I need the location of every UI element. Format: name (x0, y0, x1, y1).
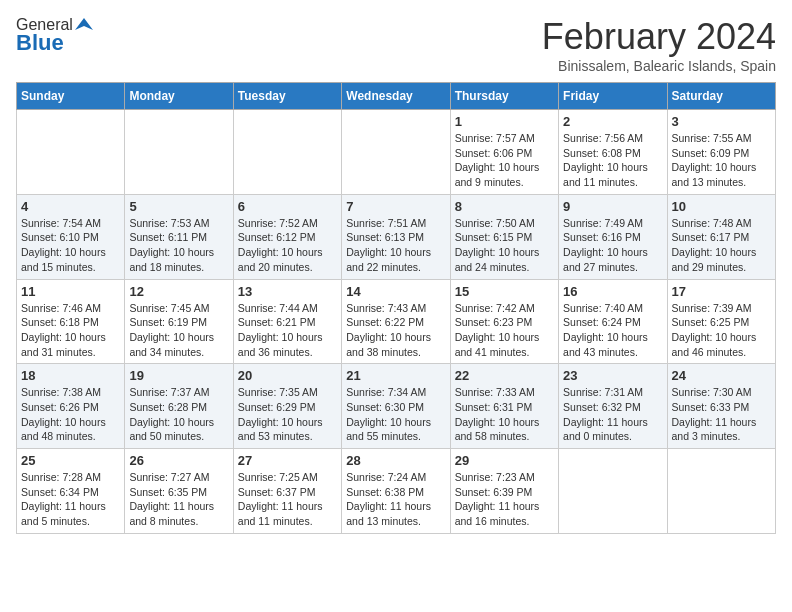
day-info: Sunrise: 7:23 AM Sunset: 6:39 PM Dayligh… (455, 470, 554, 529)
day-info: Sunrise: 7:57 AM Sunset: 6:06 PM Dayligh… (455, 131, 554, 190)
day-info: Sunrise: 7:52 AM Sunset: 6:12 PM Dayligh… (238, 216, 337, 275)
calendar-cell: 6Sunrise: 7:52 AM Sunset: 6:12 PM Daylig… (233, 194, 341, 279)
logo-bird-icon (75, 16, 93, 34)
calendar-week-2: 4Sunrise: 7:54 AM Sunset: 6:10 PM Daylig… (17, 194, 776, 279)
day-number: 22 (455, 368, 554, 383)
calendar-cell: 19Sunrise: 7:37 AM Sunset: 6:28 PM Dayli… (125, 364, 233, 449)
calendar-cell: 26Sunrise: 7:27 AM Sunset: 6:35 PM Dayli… (125, 449, 233, 534)
day-info: Sunrise: 7:35 AM Sunset: 6:29 PM Dayligh… (238, 385, 337, 444)
calendar-cell (233, 110, 341, 195)
calendar-cell: 2Sunrise: 7:56 AM Sunset: 6:08 PM Daylig… (559, 110, 667, 195)
day-info: Sunrise: 7:54 AM Sunset: 6:10 PM Dayligh… (21, 216, 120, 275)
day-header-saturday: Saturday (667, 83, 775, 110)
day-info: Sunrise: 7:31 AM Sunset: 6:32 PM Dayligh… (563, 385, 662, 444)
logo: General Blue (16, 16, 93, 56)
calendar-cell: 1Sunrise: 7:57 AM Sunset: 6:06 PM Daylig… (450, 110, 558, 195)
day-info: Sunrise: 7:30 AM Sunset: 6:33 PM Dayligh… (672, 385, 771, 444)
calendar-cell: 9Sunrise: 7:49 AM Sunset: 6:16 PM Daylig… (559, 194, 667, 279)
calendar-week-5: 25Sunrise: 7:28 AM Sunset: 6:34 PM Dayli… (17, 449, 776, 534)
day-info: Sunrise: 7:50 AM Sunset: 6:15 PM Dayligh… (455, 216, 554, 275)
calendar-cell: 20Sunrise: 7:35 AM Sunset: 6:29 PM Dayli… (233, 364, 341, 449)
calendar-cell: 24Sunrise: 7:30 AM Sunset: 6:33 PM Dayli… (667, 364, 775, 449)
day-number: 7 (346, 199, 445, 214)
calendar-cell: 4Sunrise: 7:54 AM Sunset: 6:10 PM Daylig… (17, 194, 125, 279)
calendar-cell (667, 449, 775, 534)
day-header-thursday: Thursday (450, 83, 558, 110)
calendar-cell: 5Sunrise: 7:53 AM Sunset: 6:11 PM Daylig… (125, 194, 233, 279)
calendar-cell: 14Sunrise: 7:43 AM Sunset: 6:22 PM Dayli… (342, 279, 450, 364)
title-area: February 2024 Binissalem, Balearic Islan… (542, 16, 776, 74)
day-info: Sunrise: 7:43 AM Sunset: 6:22 PM Dayligh… (346, 301, 445, 360)
day-info: Sunrise: 7:55 AM Sunset: 6:09 PM Dayligh… (672, 131, 771, 190)
calendar-week-3: 11Sunrise: 7:46 AM Sunset: 6:18 PM Dayli… (17, 279, 776, 364)
day-info: Sunrise: 7:34 AM Sunset: 6:30 PM Dayligh… (346, 385, 445, 444)
calendar-cell (17, 110, 125, 195)
day-number: 2 (563, 114, 662, 129)
svg-marker-0 (75, 18, 93, 30)
day-number: 23 (563, 368, 662, 383)
day-number: 11 (21, 284, 120, 299)
calendar-cell: 23Sunrise: 7:31 AM Sunset: 6:32 PM Dayli… (559, 364, 667, 449)
day-info: Sunrise: 7:45 AM Sunset: 6:19 PM Dayligh… (129, 301, 228, 360)
day-info: Sunrise: 7:33 AM Sunset: 6:31 PM Dayligh… (455, 385, 554, 444)
day-number: 19 (129, 368, 228, 383)
day-number: 21 (346, 368, 445, 383)
day-info: Sunrise: 7:39 AM Sunset: 6:25 PM Dayligh… (672, 301, 771, 360)
day-number: 15 (455, 284, 554, 299)
calendar-cell: 22Sunrise: 7:33 AM Sunset: 6:31 PM Dayli… (450, 364, 558, 449)
calendar-cell: 28Sunrise: 7:24 AM Sunset: 6:38 PM Dayli… (342, 449, 450, 534)
day-info: Sunrise: 7:53 AM Sunset: 6:11 PM Dayligh… (129, 216, 228, 275)
day-number: 5 (129, 199, 228, 214)
day-number: 27 (238, 453, 337, 468)
calendar-cell: 8Sunrise: 7:50 AM Sunset: 6:15 PM Daylig… (450, 194, 558, 279)
calendar-cell: 7Sunrise: 7:51 AM Sunset: 6:13 PM Daylig… (342, 194, 450, 279)
day-number: 17 (672, 284, 771, 299)
day-info: Sunrise: 7:49 AM Sunset: 6:16 PM Dayligh… (563, 216, 662, 275)
day-number: 8 (455, 199, 554, 214)
day-number: 24 (672, 368, 771, 383)
calendar-cell: 3Sunrise: 7:55 AM Sunset: 6:09 PM Daylig… (667, 110, 775, 195)
day-info: Sunrise: 7:38 AM Sunset: 6:26 PM Dayligh… (21, 385, 120, 444)
day-number: 13 (238, 284, 337, 299)
day-number: 12 (129, 284, 228, 299)
calendar-cell: 16Sunrise: 7:40 AM Sunset: 6:24 PM Dayli… (559, 279, 667, 364)
calendar-cell: 15Sunrise: 7:42 AM Sunset: 6:23 PM Dayli… (450, 279, 558, 364)
logo-blue-text: Blue (16, 30, 64, 56)
day-header-wednesday: Wednesday (342, 83, 450, 110)
calendar-table: SundayMondayTuesdayWednesdayThursdayFrid… (16, 82, 776, 534)
day-header-friday: Friday (559, 83, 667, 110)
day-number: 9 (563, 199, 662, 214)
day-info: Sunrise: 7:48 AM Sunset: 6:17 PM Dayligh… (672, 216, 771, 275)
day-number: 14 (346, 284, 445, 299)
calendar-cell: 17Sunrise: 7:39 AM Sunset: 6:25 PM Dayli… (667, 279, 775, 364)
day-info: Sunrise: 7:27 AM Sunset: 6:35 PM Dayligh… (129, 470, 228, 529)
day-info: Sunrise: 7:37 AM Sunset: 6:28 PM Dayligh… (129, 385, 228, 444)
day-number: 18 (21, 368, 120, 383)
calendar-cell (125, 110, 233, 195)
day-number: 26 (129, 453, 228, 468)
calendar-cell: 12Sunrise: 7:45 AM Sunset: 6:19 PM Dayli… (125, 279, 233, 364)
day-number: 20 (238, 368, 337, 383)
day-number: 10 (672, 199, 771, 214)
day-info: Sunrise: 7:40 AM Sunset: 6:24 PM Dayligh… (563, 301, 662, 360)
day-info: Sunrise: 7:42 AM Sunset: 6:23 PM Dayligh… (455, 301, 554, 360)
calendar-week-1: 1Sunrise: 7:57 AM Sunset: 6:06 PM Daylig… (17, 110, 776, 195)
day-number: 16 (563, 284, 662, 299)
calendar-cell: 29Sunrise: 7:23 AM Sunset: 6:39 PM Dayli… (450, 449, 558, 534)
calendar-cell: 27Sunrise: 7:25 AM Sunset: 6:37 PM Dayli… (233, 449, 341, 534)
day-info: Sunrise: 7:25 AM Sunset: 6:37 PM Dayligh… (238, 470, 337, 529)
location-title: Binissalem, Balearic Islands, Spain (542, 58, 776, 74)
calendar-cell: 11Sunrise: 7:46 AM Sunset: 6:18 PM Dayli… (17, 279, 125, 364)
day-info: Sunrise: 7:44 AM Sunset: 6:21 PM Dayligh… (238, 301, 337, 360)
day-number: 25 (21, 453, 120, 468)
day-info: Sunrise: 7:51 AM Sunset: 6:13 PM Dayligh… (346, 216, 445, 275)
header: General Blue February 2024 Binissalem, B… (16, 16, 776, 74)
month-title: February 2024 (542, 16, 776, 58)
calendar-cell (342, 110, 450, 195)
calendar-cell: 25Sunrise: 7:28 AM Sunset: 6:34 PM Dayli… (17, 449, 125, 534)
day-info: Sunrise: 7:28 AM Sunset: 6:34 PM Dayligh… (21, 470, 120, 529)
day-number: 29 (455, 453, 554, 468)
day-info: Sunrise: 7:24 AM Sunset: 6:38 PM Dayligh… (346, 470, 445, 529)
days-header-row: SundayMondayTuesdayWednesdayThursdayFrid… (17, 83, 776, 110)
calendar-cell: 13Sunrise: 7:44 AM Sunset: 6:21 PM Dayli… (233, 279, 341, 364)
